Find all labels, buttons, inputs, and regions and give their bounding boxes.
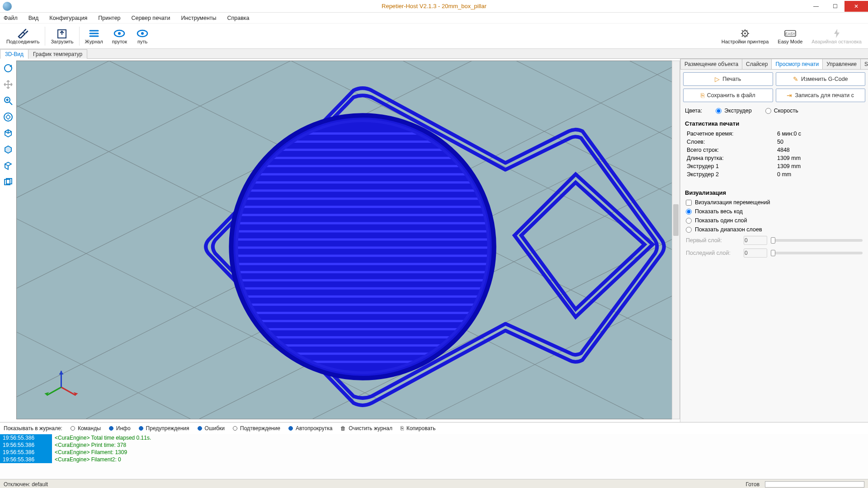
menu-config[interactable]: Конфигурация [48, 14, 88, 22]
svg-point-11 [4, 113, 12, 121]
vis-moves-check[interactable]: Визуализация перемещений [683, 198, 865, 207]
connect-button[interactable]: Подсоединить [2, 27, 44, 45]
log-line: 19:56:55.386<CuraEngine> Total time elap… [0, 434, 868, 441]
log-auto-toggle[interactable]: Автопрокрутка [288, 425, 332, 432]
save-file-button[interactable]: ⎘Сохранить в файл [683, 89, 773, 102]
connect-label: Подсоединить [6, 39, 39, 44]
settings-label: Настройки принтера [722, 39, 769, 44]
edit-icon: ✎ [793, 75, 798, 83]
menu-file[interactable]: Файл [3, 14, 19, 22]
log-warn-toggle[interactable]: Предупреждения [139, 425, 189, 432]
progress-bar [765, 481, 864, 488]
last-layer-slider[interactable] [771, 252, 863, 254]
first-layer-slider[interactable] [771, 239, 863, 242]
log-copy-button[interactable]: ⎘Копировать [401, 425, 436, 432]
log-ack-toggle[interactable]: Подтверждение [233, 425, 280, 432]
easy-label: Easy Mode [778, 39, 802, 44]
colors-label: Цвета: [685, 108, 702, 114]
load-label: Загрузить [51, 39, 73, 44]
fit-tool[interactable] [1, 110, 15, 124]
color-speed-radio[interactable]: Скорость [765, 108, 798, 114]
tab-tempgraph[interactable]: График температур [28, 49, 87, 59]
svg-point-2 [118, 32, 121, 35]
window-title: Repetier-Host V2.1.3 - 20mm_box_pillar [382, 3, 486, 9]
viewport-svg [17, 61, 677, 419]
maximize-button[interactable]: ☐ [826, 1, 844, 12]
3d-viewport[interactable] [16, 61, 677, 419]
send-icon: ⇥ [787, 92, 792, 99]
print-button[interactable]: ▷Печать [683, 72, 773, 86]
vis-one-radio[interactable]: Показать один слой [683, 216, 865, 225]
status-left: Отключен: default [4, 481, 48, 488]
menu-printer[interactable]: Принтер [97, 14, 121, 22]
filament-button[interactable]: пруток [108, 27, 132, 45]
last-layer-input[interactable] [744, 249, 767, 258]
estop-label: Аварийная остановка [811, 39, 862, 44]
iso-view-tool[interactable] [1, 127, 15, 140]
menu-tools[interactable]: Инструменты [180, 14, 217, 22]
trash-icon: 🗑 [340, 425, 346, 432]
log-cmds-toggle[interactable]: Команды [71, 425, 101, 432]
log-toolbar: Показывать в журнале: Команды Инфо Преду… [0, 422, 868, 434]
menu-help[interactable]: Справка [226, 14, 250, 22]
path-label: путь [137, 39, 147, 44]
minimize-button[interactable]: — [807, 1, 826, 12]
move-tool[interactable] [1, 78, 15, 91]
front-view-tool[interactable] [1, 143, 15, 156]
path-button[interactable]: путь [132, 27, 153, 45]
easy-mode-button[interactable]: EASY Easy Mode [773, 27, 807, 45]
rtab-control[interactable]: Управление [822, 59, 861, 69]
log-button[interactable]: Журнал [80, 27, 108, 45]
printer-settings-button[interactable]: Настройки принтера [717, 27, 774, 45]
vis-all-radio[interactable]: Показать весь код [683, 207, 865, 216]
right-tabstrip: Размещение объекта Слайсер Просмотр печа… [680, 59, 868, 70]
main-tabstrip: 3D-Вид График температур [0, 49, 868, 59]
write-sd-button[interactable]: ⇥Записать для печати с [776, 89, 866, 102]
edit-gcode-button[interactable]: ✎Изменить G-Code [776, 72, 866, 86]
last-layer-label: Последний слой: [686, 250, 740, 256]
eye-icon [136, 28, 149, 39]
rtab-preview[interactable]: Просмотр печати [771, 59, 823, 69]
tab-3dview[interactable]: 3D-Вид [0, 49, 28, 59]
load-button[interactable]: Загрузить [46, 27, 78, 45]
eye-icon [113, 28, 126, 39]
stat-row: Экструдер 11309 mm [687, 162, 862, 170]
view-toolbar [1, 61, 15, 189]
top-view-tool[interactable] [1, 159, 15, 173]
toolbar: Подсоединить Загрузить Журнал пруток пут… [0, 23, 868, 49]
emergency-stop-button[interactable]: Аварийная остановка [807, 27, 866, 45]
log-line: 19:56:55.386<CuraEngine> Filament: 1309 [0, 449, 868, 456]
stat-row: Всего строк:4848 [687, 146, 862, 154]
menu-printserver[interactable]: Сервер печати [131, 14, 171, 22]
log-panel: Показывать в журнале: Команды Инфо Преду… [0, 422, 868, 479]
first-layer-input[interactable] [744, 236, 767, 245]
rtab-sdcard[interactable]: SD-карта [860, 59, 868, 69]
log-err-toggle[interactable]: Ошибки [198, 425, 225, 432]
colors-row: Цвета: Экструдер Скорость [683, 105, 865, 117]
color-extruder-radio[interactable]: Экструдер [716, 108, 751, 114]
vis-options: Визуализация перемещений Показать весь к… [683, 198, 865, 259]
rtab-slicer[interactable]: Слайсер [742, 59, 772, 69]
svg-point-9 [5, 65, 12, 72]
vis-range-radio[interactable]: Показать диапазон слоев [683, 225, 865, 234]
viewport-scrollbar[interactable] [672, 61, 680, 419]
load-icon [56, 28, 68, 39]
export-icon: ⎘ [701, 92, 704, 99]
close-button[interactable]: ✕ [844, 1, 868, 12]
log-icon [88, 28, 100, 39]
right-body: ▷Печать ✎Изменить G-Code ⎘Сохранить в фа… [680, 70, 868, 262]
log-line: 19:56:55.386<CuraEngine> Filament2: 0 [0, 456, 868, 463]
menu-view[interactable]: Вид [28, 14, 40, 22]
parallel-tool[interactable] [1, 175, 15, 189]
zoom-tool[interactable] [1, 94, 15, 108]
log-clear-button[interactable]: 🗑Очистить журнал [340, 425, 392, 432]
log-lines[interactable]: 19:56:55.386<CuraEngine> Total time elap… [0, 434, 868, 479]
filament-label: пруток [112, 39, 127, 44]
log-info-toggle[interactable]: Инфо [109, 425, 131, 432]
viewport-wrap [0, 59, 680, 422]
rotate-tool[interactable] [1, 61, 15, 75]
rtab-placement[interactable]: Размещение объекта [680, 59, 742, 69]
svg-text:EASY: EASY [785, 31, 796, 36]
stat-row: Экструдер 20 mm [687, 170, 862, 178]
bolt-icon [830, 28, 843, 39]
